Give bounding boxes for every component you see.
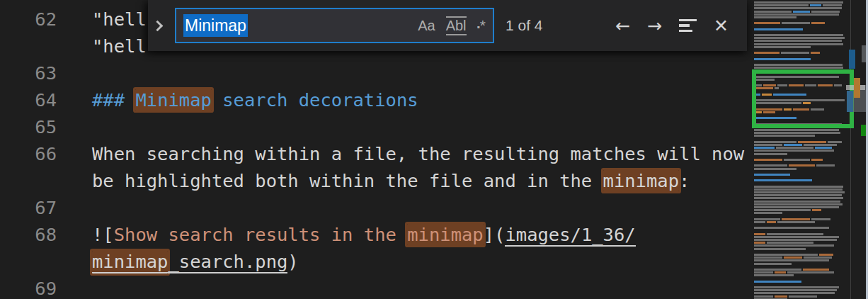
minimap-text-run bbox=[784, 144, 803, 146]
code-line[interactable]: "hell bbox=[92, 6, 147, 33]
regex-button[interactable]: ▪* bbox=[477, 17, 486, 34]
minimap-text-run bbox=[812, 209, 821, 211]
minimap-text-run bbox=[754, 274, 794, 276]
code-segment: Show search results in the bbox=[114, 224, 408, 245]
minimap-text-run bbox=[754, 147, 775, 149]
minimap-text-run bbox=[754, 16, 796, 18]
minimap-text-run bbox=[754, 150, 834, 152]
code-segment: be highlighted both within the file and … bbox=[92, 170, 603, 191]
code-segment: ![ bbox=[92, 224, 114, 245]
code-line-row[interactable]: 69 bbox=[0, 275, 868, 299]
whole-word-button[interactable]: Abl bbox=[446, 16, 467, 35]
code-line[interactable]: "hell bbox=[92, 33, 147, 60]
code-segment: _search.png bbox=[168, 251, 287, 273]
minimap-text-run bbox=[754, 67, 843, 69]
minimap-text-run bbox=[754, 206, 839, 208]
minimap-text-run bbox=[777, 221, 815, 223]
minimap-text-run bbox=[793, 11, 810, 13]
minimap-text-run bbox=[754, 34, 843, 36]
minimap-text-run bbox=[816, 164, 835, 167]
minimap-text-run bbox=[754, 292, 835, 294]
vscode-editor: 62"hell"hell6364### Minimap search decor… bbox=[0, 0, 868, 299]
code-line-row[interactable]: 67 bbox=[0, 194, 868, 221]
minimap-text-run bbox=[754, 244, 834, 247]
next-match-button[interactable]: → bbox=[647, 17, 662, 35]
code-segment: ]( bbox=[484, 224, 506, 245]
code-line[interactable]: When searching within a file, the result… bbox=[92, 140, 744, 167]
code-line-row[interactable]: be highlighted both within the file and … bbox=[0, 167, 868, 194]
minimap-text-run bbox=[754, 4, 809, 6]
find-input[interactable]: Minimap Aa Abl ▪* bbox=[175, 8, 494, 43]
minimap-text-run bbox=[754, 22, 780, 24]
minimap-text-run bbox=[787, 271, 835, 273]
minimap-text-run bbox=[754, 64, 843, 66]
minimap-text-run bbox=[754, 188, 843, 191]
minimap-text-run bbox=[754, 218, 780, 220]
code-line-row[interactable]: 63 bbox=[0, 60, 868, 86]
minimap-text-run bbox=[754, 164, 787, 167]
minimap-text-run bbox=[754, 281, 801, 283]
code-line[interactable]: be highlighted both within the file and … bbox=[92, 167, 690, 194]
code-segment: "hell bbox=[92, 35, 147, 57]
match-case-button[interactable]: Aa bbox=[418, 18, 435, 34]
minimap-text-run bbox=[811, 52, 820, 54]
line-number: 68 bbox=[0, 221, 57, 248]
line-number: 67 bbox=[0, 194, 57, 221]
minimap-text-run bbox=[828, 141, 842, 143]
minimap-text-run bbox=[754, 209, 811, 211]
minimap-text-run bbox=[754, 174, 790, 176]
minimap-text-run bbox=[754, 11, 792, 13]
code-line[interactable]: ![Show search results in the minimap](im… bbox=[92, 221, 636, 248]
minimap-text-run bbox=[754, 236, 839, 238]
minimap-text-run bbox=[754, 197, 843, 199]
minimap-text-run bbox=[754, 242, 765, 244]
minimap-text-run bbox=[754, 254, 818, 256]
minimap-text-run bbox=[754, 201, 840, 203]
minimap-text-run bbox=[811, 159, 823, 161]
line-number: 64 bbox=[0, 86, 57, 113]
match-count: 1 of 4 bbox=[506, 17, 543, 34]
minimap-text-run bbox=[775, 271, 786, 273]
overview-ruler-decoration-blue bbox=[849, 50, 855, 69]
close-button[interactable]: ✕ bbox=[714, 17, 729, 35]
minimap-text-run bbox=[754, 159, 782, 161]
toggle-replace-button[interactable] bbox=[148, 0, 169, 51]
minimap-text-run bbox=[811, 218, 830, 220]
minimap-text-run bbox=[811, 11, 840, 13]
overview-ruler-decoration-orange bbox=[854, 78, 860, 98]
search-match-highlight: minimap bbox=[603, 170, 679, 191]
code-line-row[interactable]: minimap_search.png) bbox=[0, 248, 868, 275]
minimap-separator bbox=[850, 0, 851, 299]
minimap-text-run bbox=[819, 254, 833, 256]
code-segment: images/1_36/ bbox=[505, 224, 635, 247]
minimap-text-run bbox=[784, 159, 810, 161]
minimap-text-run bbox=[767, 233, 823, 235]
code-line-row[interactable]: 64### Minimap search decorations bbox=[0, 86, 868, 113]
minimap-text-run bbox=[754, 233, 765, 235]
minimap-text-run bbox=[789, 164, 815, 167]
code-segment: ) bbox=[287, 251, 298, 272]
minimap-text-run bbox=[775, 295, 788, 298]
find-query-text: Minimap bbox=[183, 16, 248, 35]
annotation-highlight-box bbox=[752, 69, 854, 128]
minimap-text-run bbox=[754, 256, 782, 259]
line-number: 69 bbox=[0, 275, 57, 299]
minimap-text-run bbox=[803, 269, 829, 271]
code-line-row[interactable]: 68![Show search results in the minimap](… bbox=[0, 221, 868, 248]
code-line[interactable]: ### Minimap search decorations bbox=[92, 86, 418, 113]
line-number: 63 bbox=[0, 60, 57, 86]
minimap-text-run bbox=[754, 239, 837, 241]
code-line[interactable]: minimap_search.png) bbox=[92, 248, 299, 275]
code-line-row[interactable]: 66When searching within a file, the resu… bbox=[0, 140, 868, 167]
previous-match-button[interactable]: ← bbox=[615, 17, 630, 35]
minimap-text-run bbox=[776, 147, 813, 149]
minimap-text-run bbox=[767, 242, 814, 244]
minimap-text-run bbox=[754, 1, 843, 4]
code-segment: "hell bbox=[92, 9, 147, 30]
minimap-text-run bbox=[754, 28, 803, 30]
find-in-selection-button[interactable] bbox=[679, 19, 697, 33]
minimap[interactable] bbox=[754, 1, 848, 299]
code-line-row[interactable]: 65 bbox=[0, 113, 868, 140]
minimap-text-run bbox=[754, 135, 815, 137]
minimap-text-run bbox=[754, 129, 839, 131]
